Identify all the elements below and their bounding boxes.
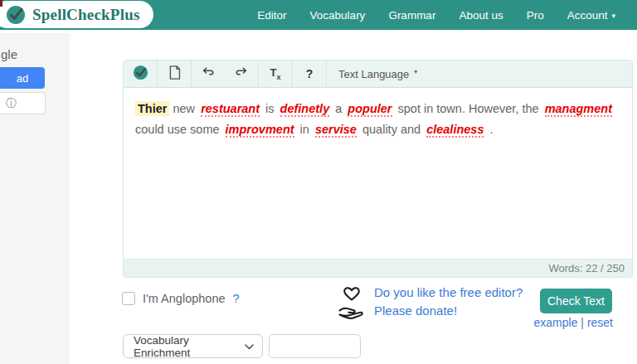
misspelled-word[interactable]: improvment bbox=[226, 123, 294, 138]
text-language-dropdown[interactable]: Text Language ▾ bbox=[327, 61, 429, 87]
nav-item-editor[interactable]: Editor bbox=[257, 9, 286, 22]
word-count-bar: Words: 22 / 250 bbox=[124, 259, 632, 277]
vocabulary-mode-select[interactable]: Vocabulary Enrichment bbox=[123, 334, 263, 358]
anglophone-row: I'm Anglophone ? bbox=[122, 292, 240, 305]
word-count-text: Words: 22 / 250 bbox=[548, 262, 625, 274]
new-document-button[interactable] bbox=[158, 61, 191, 87]
nav-item-vocabulary[interactable]: Vocabulary bbox=[310, 9, 366, 22]
new-document-icon bbox=[168, 65, 182, 84]
heart-hand-icon bbox=[338, 284, 366, 323]
vocabulary-select-value: Vocabulary Enrichment bbox=[134, 334, 245, 359]
anglophone-label: I'm Anglophone bbox=[143, 292, 226, 305]
help-button[interactable]: ? bbox=[293, 61, 326, 87]
text-run: . bbox=[486, 123, 493, 136]
text-run: a bbox=[332, 102, 345, 115]
chevron-down-icon bbox=[245, 340, 254, 352]
example-reset-links: example | reset bbox=[474, 316, 613, 329]
text-run: new bbox=[169, 102, 198, 115]
undo-button[interactable] bbox=[192, 61, 225, 87]
chevron-down-icon: ▾ bbox=[414, 68, 417, 75]
nav-item-about-us[interactable]: About us bbox=[459, 9, 503, 22]
misspelled-word[interactable]: managment bbox=[545, 102, 612, 117]
question-mark-icon: ? bbox=[306, 67, 314, 80]
misspelled-word[interactable]: populer bbox=[348, 102, 391, 117]
redo-arrow-icon bbox=[234, 66, 249, 82]
clear-formatting-button[interactable]: Tx bbox=[259, 61, 292, 87]
example-link[interactable]: example bbox=[534, 316, 578, 329]
anglophone-help-link[interactable]: ? bbox=[233, 292, 240, 305]
link-separator: | bbox=[577, 316, 586, 329]
text-run: spot in town. However, the bbox=[395, 102, 542, 115]
donate-line-1[interactable]: Do you like the free editor? bbox=[374, 284, 523, 301]
ad-info-button[interactable]: ⓘ bbox=[0, 92, 46, 114]
text-run: could use some bbox=[135, 123, 223, 136]
top-navbar: SpellCheckPlus Editor Vocabulary Grammar… bbox=[0, 0, 637, 30]
brand-logo[interactable]: SpellCheckPlus bbox=[0, 1, 153, 28]
text-language-label: Text Language bbox=[338, 68, 409, 80]
brand-name: SpellCheckPlus bbox=[32, 6, 140, 24]
check-circle-icon bbox=[5, 4, 27, 26]
text-run: is bbox=[262, 102, 278, 115]
highlighted-word[interactable]: Thier bbox=[135, 101, 169, 116]
check-text-button[interactable]: Check Text bbox=[540, 289, 612, 313]
redo-button[interactable] bbox=[225, 61, 258, 87]
text-run: in bbox=[297, 123, 313, 136]
ad-panel: gle ad ⓘ bbox=[0, 33, 70, 364]
editor-card: Tx ? Text Language ▾ Thier new restuaran… bbox=[123, 60, 633, 278]
editor-text[interactable]: Thier new restuarant is definetly a popu… bbox=[124, 88, 632, 261]
nav-item-account[interactable]: Account ▾ bbox=[567, 9, 615, 22]
check-text-icon-button[interactable] bbox=[124, 61, 157, 87]
ad-badge-button[interactable]: ad bbox=[0, 67, 45, 89]
check-circle-icon bbox=[132, 64, 149, 85]
nav-item-account-label: Account bbox=[567, 9, 608, 22]
anglophone-checkbox[interactable] bbox=[122, 292, 135, 305]
misspelled-word[interactable]: servise bbox=[315, 123, 357, 138]
text-run: quality and bbox=[359, 123, 424, 136]
ad-provider-partial-text: gle bbox=[1, 47, 17, 61]
nav-menu: Editor Vocabulary Grammar About us Pro A… bbox=[257, 0, 637, 30]
nav-item-grammar[interactable]: Grammar bbox=[388, 9, 435, 22]
editor-toolbar: Tx ? Text Language ▾ bbox=[124, 61, 632, 88]
undo-arrow-icon bbox=[201, 66, 216, 82]
nav-item-pro[interactable]: Pro bbox=[527, 9, 544, 22]
clear-formatting-icon: Tx bbox=[270, 66, 281, 81]
misspelled-word[interactable]: clealiness bbox=[426, 123, 484, 138]
chevron-down-icon: ▾ bbox=[611, 12, 615, 20]
misspelled-word[interactable]: restuarant bbox=[201, 102, 260, 117]
reset-link[interactable]: reset bbox=[587, 316, 613, 329]
misspelled-word[interactable]: definetly bbox=[280, 102, 330, 117]
vocabulary-word-input[interactable] bbox=[269, 334, 361, 358]
screen-edge-artifact bbox=[0, 0, 2, 7]
info-circle-icon: ⓘ bbox=[6, 98, 17, 109]
vocabulary-row: Vocabulary Enrichment bbox=[123, 334, 361, 358]
